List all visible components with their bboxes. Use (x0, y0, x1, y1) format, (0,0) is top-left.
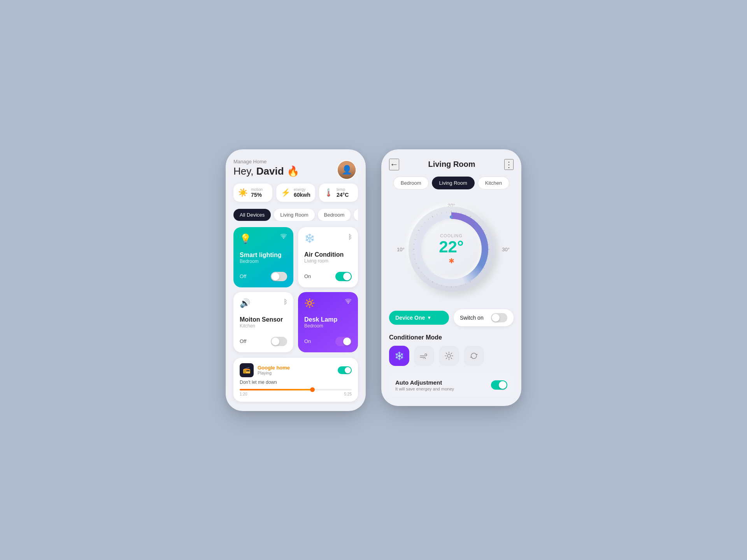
svg-line-55 (446, 353, 447, 354)
gh-song: Don't let me down (240, 380, 352, 385)
auto-adj-toggle[interactable] (491, 380, 507, 390)
wifi-icon (280, 233, 287, 240)
cooling-label: COOLING (440, 233, 463, 238)
desk-lamp-toggle[interactable] (335, 337, 352, 346)
mode-freeze[interactable]: ❄️ (389, 346, 409, 366)
phones-container: Manage Home Hey, David 🔥 👤 ☀️ motion 75%… (226, 149, 521, 411)
fire-emoji: 🔥 (287, 165, 299, 177)
motion-sensor-toggle[interactable] (271, 337, 287, 346)
google-home-card: 📻 Google home Playing Don't let me down (233, 358, 358, 402)
motion-sensor-status: Off (240, 338, 246, 344)
svg-point-1 (348, 302, 349, 303)
energy-icon: ⚡ (281, 188, 291, 197)
gh-time-total: 5:25 (344, 392, 352, 396)
lamp-icon: 💡 (240, 233, 251, 244)
google-home-toggle[interactable] (338, 366, 352, 374)
motion-sensor-icon: 🔊 (240, 298, 250, 308)
room-tabs: Bedroom Living Room Kitchen (389, 177, 514, 189)
desk-lamp-name: Desk Lamp (304, 316, 352, 323)
tab-all-devices[interactable]: All Devices (233, 209, 271, 221)
thermostat-container: 20° 10° 30° COOLING 22° ✱ (389, 199, 514, 300)
google-home-brand: Google home (258, 365, 290, 371)
switch-on-row: Switch on (454, 309, 514, 326)
svg-line-56 (451, 358, 452, 359)
thermostat-dial[interactable]: COOLING 22° ✱ (409, 206, 494, 292)
desk-lamp-room: Bedroom (304, 323, 352, 329)
gh-playing-label: Playing (258, 371, 290, 375)
device-air-condition[interactable]: ❄️ Air Condition Living room On (298, 227, 358, 287)
mode-sun[interactable] (439, 346, 459, 366)
device-smart-lighting[interactable]: 💡 Smart lighting Bedroom (233, 227, 293, 287)
gh-progress-fill (240, 389, 312, 390)
ac-toggle[interactable] (335, 272, 352, 281)
device-motion-sensor[interactable]: 🔊 Moiton Sensor Kitchen Off (233, 292, 293, 352)
wifi-icon-lamp (345, 298, 352, 305)
left-phone: Manage Home Hey, David 🔥 👤 ☀️ motion 75%… (226, 149, 366, 411)
tab-bedroom[interactable]: Bedroom (393, 177, 429, 189)
bluetooth-icon-ms (282, 298, 287, 307)
smart-lighting-toggle[interactable] (271, 272, 287, 281)
gh-progress-dot (310, 387, 315, 392)
motion-sensor-room: Kitchen (240, 323, 287, 329)
ac-room: Living room (304, 258, 352, 264)
avatar[interactable]: 👤 (337, 160, 356, 180)
device-row: Device One ▾ Switch on (389, 309, 514, 326)
switch-on-toggle[interactable] (491, 313, 507, 322)
smart-lighting-room: Bedroom (240, 259, 287, 264)
motion-label: motion (251, 187, 263, 192)
user-name: David (256, 165, 284, 177)
back-button[interactable]: ← (389, 159, 399, 170)
smart-lighting-name: Smart lighting (240, 252, 287, 259)
mode-wind[interactable] (414, 346, 434, 366)
ac-status: On (304, 273, 311, 279)
dial-ring: COOLING 22° ✱ (414, 212, 488, 286)
more-button[interactable]: ⋮ (504, 159, 514, 170)
tab-kitchen[interactable]: Kitchen (478, 177, 509, 189)
ac-name: Air Condition (304, 251, 352, 258)
auto-adjustment-card: Auto Adjustment It will save energey and… (389, 374, 514, 397)
tab-bedroom[interactable]: Bedroom (318, 209, 351, 221)
device-selector[interactable]: Device One ▾ (389, 311, 449, 325)
motion-icon: ☀️ (238, 188, 248, 197)
bluetooth-icon-ac (347, 233, 352, 242)
temp-value: 24°C (337, 192, 349, 198)
devices-grid: 💡 Smart lighting Bedroom (233, 227, 358, 352)
stat-energy: ⚡ energy 60kwh (276, 184, 315, 202)
mode-cycle[interactable] (464, 346, 484, 366)
svg-line-58 (451, 353, 452, 354)
conditioner-mode-section: Conditioner Mode ❄️ (389, 334, 514, 366)
tab-living-room[interactable]: Living Room (274, 209, 314, 221)
energy-label: energy (294, 187, 310, 192)
tab-kitchen[interactable]: K... (354, 209, 358, 221)
desk-lamp-icon: 🔆 (304, 298, 315, 308)
mode-buttons: ❄️ (389, 346, 514, 366)
motion-value: 75% (251, 192, 263, 198)
stat-temp: 🌡️ temp 24°C (319, 184, 358, 202)
gh-progress-bar[interactable] (240, 389, 352, 390)
temp-10-label: 10° (397, 246, 405, 252)
device-desk-lamp[interactable]: 🔆 Desk Lamp Bedroom On (298, 292, 358, 352)
filter-tabs: All Devices Living Room Bedroom K... (233, 209, 358, 221)
smart-lighting-status: Off (240, 273, 246, 279)
tab-living-room[interactable]: Living Room (432, 177, 475, 189)
google-home-icon: 📻 (240, 363, 254, 377)
temp-label: temp (337, 187, 349, 192)
thermostat-temp-value: 22° (439, 239, 464, 255)
chevron-down-icon: ▾ (428, 315, 430, 320)
temp-30-label: 30° (502, 246, 510, 252)
snowflake-icon: ✱ (449, 257, 454, 265)
room-title: Living Room (428, 160, 475, 169)
desk-lamp-status: On (304, 338, 311, 344)
svg-line-57 (446, 358, 447, 359)
right-phone: ← Living Room ⋮ Bedroom Living Room Kitc… (381, 149, 521, 406)
ac-icon: ❄️ (304, 233, 315, 243)
gh-time-current: 1:20 (240, 392, 247, 396)
right-phone-header: ← Living Room ⋮ (389, 159, 514, 170)
auto-adj-title: Auto Adjustment (395, 379, 454, 386)
motion-sensor-name: Moiton Sensor (240, 316, 287, 323)
stats-row: ☀️ motion 75% ⚡ energy 60kwh 🌡️ temp 24°… (233, 184, 358, 202)
dial-dot (450, 215, 453, 219)
device-selector-label: Device One (395, 315, 425, 321)
energy-value: 60kwh (294, 192, 310, 198)
dial-inner: COOLING 22° ✱ (421, 219, 482, 279)
